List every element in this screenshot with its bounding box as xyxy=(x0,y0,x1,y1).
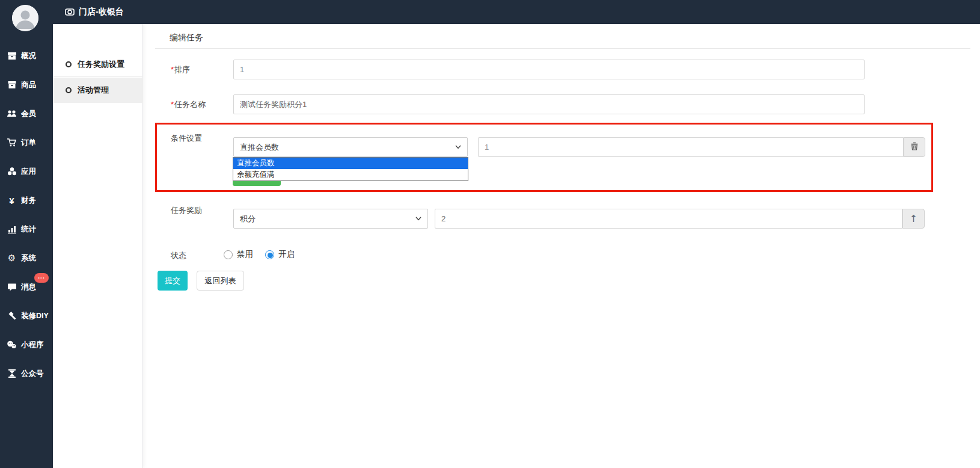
sidebar-item-label: 概况 xyxy=(21,51,36,61)
app-title: 门店-收银台 xyxy=(65,0,124,24)
status-option-enabled[interactable]: 开启 xyxy=(265,249,295,260)
status-label: 状态 xyxy=(171,250,186,261)
delete-condition-button[interactable] xyxy=(904,137,925,157)
sidebar-item-official-account[interactable]: 公众号 xyxy=(0,359,53,388)
miniprogram-wechat-icon xyxy=(7,340,17,350)
sidebar-item-stats[interactable]: 统计 xyxy=(0,215,53,244)
sidebar: 概况 商品 会员 订单 应用 ¥ 财务 统计 ⚙ 系统 xyxy=(0,0,53,468)
back-to-list-button[interactable]: 返回列表 xyxy=(197,271,244,291)
sidebar-item-goods[interactable]: 商品 xyxy=(0,70,53,99)
app-title-text: 门店-收银台 xyxy=(79,7,124,17)
sidebar-item-apps[interactable]: 应用 xyxy=(0,157,53,186)
sidebar-item-label: 应用 xyxy=(21,167,36,177)
radio-unchecked-icon[interactable] xyxy=(224,250,233,259)
sidebar-item-system[interactable]: ⚙ 系统 xyxy=(0,244,53,272)
condition-type-select[interactable]: 直推会员数 xyxy=(233,137,468,157)
circle-icon xyxy=(66,87,72,93)
message-badge: ... xyxy=(34,273,49,283)
sidebar-item-label: 小程序 xyxy=(21,340,44,350)
move-up-button[interactable]: ↑ xyxy=(902,209,925,229)
condition-dropdown-list: 直推会员数 余额充值满 xyxy=(233,157,468,181)
diy-hammer-icon xyxy=(7,311,17,321)
goods-box-icon xyxy=(7,80,17,90)
radio-label: 禁用 xyxy=(237,249,253,260)
sidebar-item-label: 会员 xyxy=(21,109,36,119)
required-mark: * xyxy=(171,100,174,109)
topbar: 门店-收银台 xyxy=(0,0,980,24)
sidebar-item-orders[interactable]: 订单 xyxy=(0,128,53,157)
sidebar-item-label: 消息 xyxy=(21,282,36,292)
sidebar-item-members[interactable]: 会员 xyxy=(0,99,53,128)
radio-checked-icon[interactable] xyxy=(265,250,274,259)
official-hourglass-icon xyxy=(7,369,17,379)
page-title: 编辑任务 xyxy=(170,32,203,43)
task-name-label: *任务名称 xyxy=(171,99,206,110)
sort-label: *排序 xyxy=(171,64,190,75)
sidebar-item-label: 商品 xyxy=(21,80,36,90)
chevron-down-icon xyxy=(455,143,462,152)
apps-cluster-icon xyxy=(7,167,17,177)
sort-input[interactable] xyxy=(233,60,865,79)
avatar[interactable] xyxy=(12,5,38,31)
members-users-icon xyxy=(7,109,17,119)
sidebar-item-label: 系统 xyxy=(21,253,36,263)
submenu: 任务奖励设置 活动管理 xyxy=(53,24,143,468)
submenu-item-label: 活动管理 xyxy=(78,85,109,96)
reward-label: 任务奖励 xyxy=(171,205,202,216)
status-option-disabled[interactable]: 禁用 xyxy=(224,249,253,260)
reward-value-input[interactable] xyxy=(435,209,902,229)
sidebar-item-label: 财务 xyxy=(21,196,36,206)
finance-yuan-icon: ¥ xyxy=(7,196,17,206)
sidebar-item-diy[interactable]: 装修DIY xyxy=(0,301,53,330)
sidebar-item-label: 装修DIY xyxy=(21,311,49,321)
dropdown-option-direct-members[interactable]: 直推会员数 xyxy=(233,158,468,169)
title-divider xyxy=(155,48,970,49)
submenu-item-activity-management[interactable]: 活动管理 xyxy=(53,78,143,103)
trash-icon xyxy=(910,142,919,153)
submit-button[interactable]: 提交 xyxy=(158,271,188,291)
arrow-up-icon: ↑ xyxy=(910,213,917,224)
reward-type-select[interactable]: 积分 xyxy=(233,209,428,229)
page: 门店-收银台 概况 商品 会员 订单 应用 ¥ 财务 xyxy=(0,0,980,468)
orders-cart-icon xyxy=(7,138,17,148)
system-gear-icon: ⚙ xyxy=(7,253,17,263)
sidebar-item-label: 订单 xyxy=(21,138,36,148)
sidebar-item-label: 统计 xyxy=(21,224,36,235)
sidebar-item-label: 公众号 xyxy=(21,369,44,379)
reward-selected-value: 积分 xyxy=(240,214,256,224)
condition-value-input[interactable] xyxy=(478,137,904,157)
chevron-down-icon xyxy=(415,215,422,224)
store-cashier-icon xyxy=(65,7,75,17)
required-mark: * xyxy=(171,65,174,74)
sidebar-item-finance[interactable]: ¥ 财务 xyxy=(0,186,53,215)
overview-archive-icon xyxy=(7,51,17,61)
submenu-item-label: 任务奖励设置 xyxy=(78,59,124,70)
submenu-item-task-reward-settings[interactable]: 任务奖励设置 xyxy=(53,52,143,77)
condition-label: 条件设置 xyxy=(171,133,202,144)
status-radio-group: 禁用 开启 xyxy=(224,249,295,260)
stats-chart-icon xyxy=(7,224,17,235)
task-name-input[interactable] xyxy=(233,94,865,114)
circle-icon xyxy=(66,61,72,67)
condition-selected-value: 直推会员数 xyxy=(240,142,279,153)
message-chat-icon xyxy=(7,282,17,292)
sidebar-item-overview[interactable]: 概况 xyxy=(0,42,53,70)
radio-label: 开启 xyxy=(278,249,295,260)
dropdown-option-balance-recharge[interactable]: 余额充值满 xyxy=(233,169,468,180)
sidebar-item-miniprogram[interactable]: 小程序 xyxy=(0,330,53,359)
